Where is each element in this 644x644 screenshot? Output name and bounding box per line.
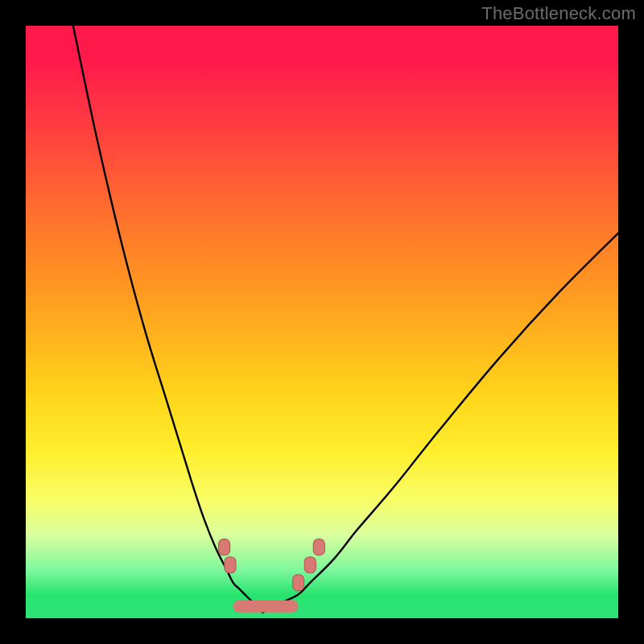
chart-stage: TheBottleneck.com: [0, 0, 644, 644]
right-curve: [262, 233, 618, 613]
marker-dot: [304, 557, 316, 573]
left-curve: [73, 26, 263, 613]
watermark-text: TheBottleneck.com: [481, 3, 636, 24]
marker-dot: [293, 575, 304, 591]
marker-dot: [225, 557, 236, 573]
curve-layer: [26, 26, 618, 618]
marker-dot: [313, 539, 324, 555]
plot-area: [26, 26, 618, 618]
marker-dot: [219, 539, 230, 555]
